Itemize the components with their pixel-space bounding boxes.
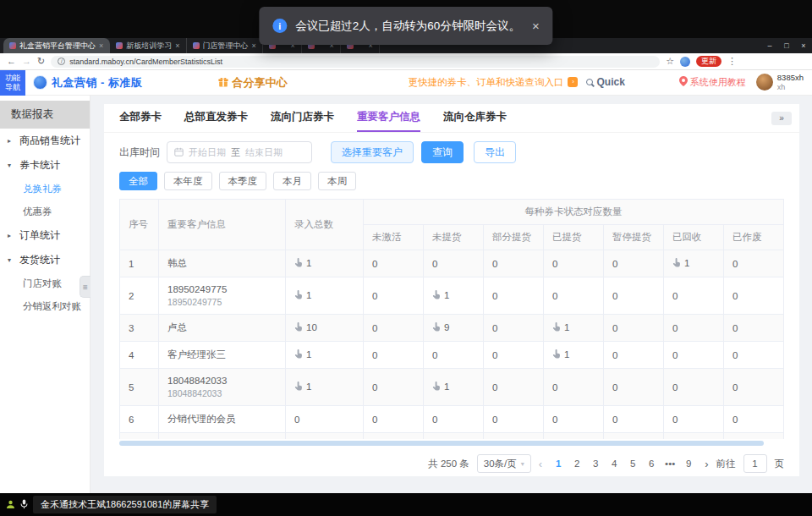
pagination-page[interactable]: 9 [680, 458, 697, 469]
quick-filter-chip[interactable]: 本年度 [164, 172, 212, 190]
browser-profile-avatar[interactable] [680, 57, 690, 67]
pagination-page[interactable]: 4 [606, 458, 623, 469]
user-avatar[interactable] [756, 74, 773, 91]
goto-page-input[interactable] [743, 454, 767, 473]
table-row: 4客户经理张三10001000 [120, 342, 784, 369]
status-count-cell: 0 [484, 315, 544, 342]
status-count-cell[interactable]: 1 [544, 315, 604, 342]
tab-close-icon[interactable]: × [175, 41, 179, 50]
total-count-cell[interactable]: 20 [286, 433, 364, 440]
pointer-icon [294, 258, 303, 269]
next-page-button[interactable]: › [705, 458, 708, 470]
total-count-cell[interactable]: 1 [286, 342, 364, 369]
total-count-cell[interactable]: 1 [286, 277, 364, 315]
status-count-cell[interactable]: 9 [424, 315, 484, 342]
total-count-cell[interactable]: 10 [286, 315, 364, 342]
window-minimize-button[interactable]: – [761, 38, 778, 53]
status-count-cell: 0 [604, 406, 664, 433]
participant-icon[interactable] [6, 497, 15, 513]
table-row: 7唐总2001800000 [120, 433, 784, 440]
search-button[interactable]: 查询 [421, 141, 464, 163]
quick-filter-chip[interactable]: 本季度 [219, 172, 267, 190]
pagination-page[interactable]: 1 [550, 458, 567, 469]
sidebar-subitem[interactable]: 优惠券 [0, 200, 90, 223]
sidebar-item[interactable]: ▾券卡统计 [0, 153, 90, 178]
content-tab[interactable]: 总部直发券卡 [184, 104, 248, 132]
quick-filter-chip[interactable]: 本月 [273, 172, 311, 190]
count-value: 0 [612, 382, 617, 392]
quick-filter-chip[interactable]: 本周 [318, 172, 356, 190]
quick-filter-bar: 全部本年度本季度本月本周 [104, 163, 799, 190]
count-value: 0 [492, 291, 497, 301]
status-count-cell: 0 [664, 277, 724, 315]
browser-tab[interactable]: 新板培训学习× [110, 38, 186, 53]
back-icon[interactable]: ← [7, 57, 16, 66]
sidebar-item[interactable]: ▸商品销售统计 [0, 129, 90, 153]
column-header: 录入总数 [286, 200, 364, 250]
info-icon: i [272, 19, 287, 33]
customer-phone: 18950249775 [167, 297, 277, 307]
export-button[interactable]: 导出 [474, 141, 516, 163]
quick-filter-chip[interactable]: 全部 [119, 172, 157, 190]
sidebar-subitem[interactable]: 兑换礼券 [0, 178, 90, 200]
content-tab[interactable]: 重要客户信息 [357, 104, 420, 132]
content-tab[interactable]: 流向门店券卡 [271, 104, 334, 132]
header-right-cluster: 更快捷的券卡、订单和快递查询入口 › Quick 系统使用教程 8385xh x… [408, 74, 812, 91]
total-count-cell[interactable]: 1 [286, 250, 364, 277]
tab-favicon-icon [9, 42, 16, 49]
location-pin-icon [679, 76, 688, 88]
status-count-cell[interactable]: 1 [424, 369, 484, 406]
share-center-link[interactable]: 合分享中心 [217, 75, 288, 91]
reload-icon[interactable]: ↻ [37, 57, 45, 66]
browser-tab[interactable]: 礼盒营销平台管理中心× [3, 38, 110, 53]
browser-update-button[interactable]: 更新 [696, 56, 721, 67]
content-tab[interactable]: 流向仓库券卡 [443, 104, 507, 132]
sidebar-item[interactable]: ▾发货统计 [0, 248, 90, 272]
prev-page-button[interactable]: ‹ [539, 458, 542, 470]
sidebar-subitem[interactable]: 门店对账 [0, 272, 90, 295]
status-count-cell: 0 [364, 369, 424, 406]
nav-toggle-button[interactable]: 功能 导航 [0, 70, 25, 96]
browser-tab[interactable]: 门店管理中心× [187, 38, 263, 53]
count-value: 0 [672, 350, 678, 360]
pagination-page[interactable]: 5 [624, 458, 641, 469]
sidebar-item[interactable]: ▸订单统计 [0, 223, 90, 248]
tutorial-link[interactable]: 系统使用教程 [679, 76, 746, 89]
sidebar-collapse-handle[interactable]: ≡ [80, 276, 91, 298]
toast-message: 会议已超过2人，自动转为60分钟限时会议。 [295, 19, 520, 34]
site-info-icon[interactable]: i [58, 58, 65, 65]
forward-icon[interactable]: → [22, 57, 31, 66]
date-range-picker[interactable]: 开始日期 至 结束日期 [167, 141, 312, 163]
quick-search[interactable]: Quick [586, 76, 624, 88]
status-count-cell[interactable]: 1 [424, 277, 484, 315]
url-bar[interactable]: i standard.maboy.cn/CardMemberStatistics… [51, 56, 660, 68]
column-header: 暂停提货 [604, 225, 664, 250]
tab-close-icon[interactable]: × [252, 41, 256, 50]
page-size-select[interactable]: 30条/页 ▾ [477, 454, 531, 473]
window-maximize-button[interactable]: □ [778, 38, 795, 53]
total-count-cell[interactable]: 1 [286, 369, 364, 406]
menu-dots-icon[interactable]: ⋮ [727, 57, 737, 66]
count-value: 0 [732, 323, 738, 333]
column-group-header: 每种券卡状态对应数量 [364, 200, 784, 225]
quick-entry-icon[interactable]: › [568, 77, 578, 87]
pagination-page[interactable]: 3 [587, 458, 604, 469]
toast-close-icon[interactable]: × [532, 19, 540, 33]
panel-collapse-button[interactable]: » [771, 112, 792, 125]
content-tabs: 全部券卡总部直发券卡流向门店券卡重要客户信息流向仓库券卡 [104, 104, 799, 133]
bookmark-icon[interactable]: ☆ [666, 57, 674, 66]
pagination-page[interactable]: 2 [568, 458, 585, 469]
microphone-icon[interactable] [20, 497, 28, 513]
status-count-cell: 0 [664, 406, 724, 433]
sidebar-subitem[interactable]: 分销返利对账 [0, 295, 90, 318]
status-count-cell[interactable]: 1 [544, 342, 604, 369]
count-value: 0 [612, 323, 617, 333]
content-tab[interactable]: 全部券卡 [119, 104, 162, 132]
window-close-button[interactable]: × [795, 38, 812, 53]
tab-close-icon[interactable]: × [99, 41, 103, 50]
select-customer-button[interactable]: 选择重要客户 [331, 141, 414, 163]
status-count-cell[interactable]: 1 [664, 250, 724, 277]
status-count-cell[interactable]: 18 [424, 433, 484, 440]
pagination-page[interactable]: 6 [643, 458, 660, 469]
total-count: 共 250 条 [428, 458, 469, 470]
